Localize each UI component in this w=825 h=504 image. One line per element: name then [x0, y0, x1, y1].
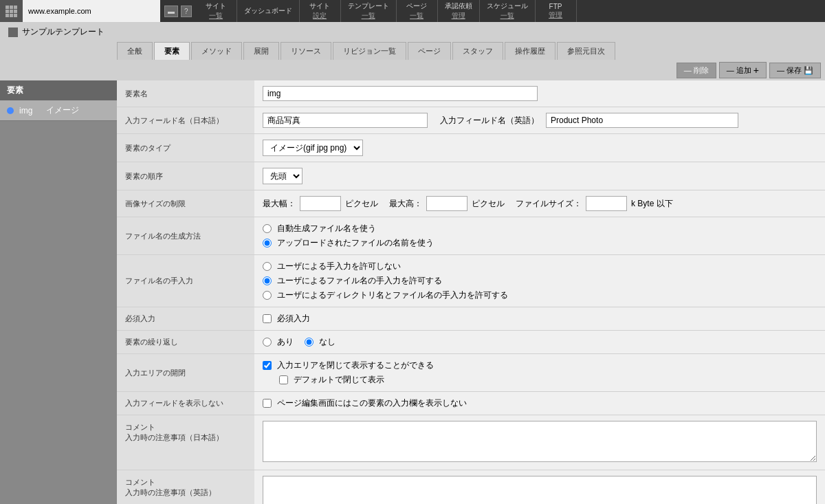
repeat-radio-nashi[interactable]	[305, 338, 314, 347]
filename-gen-option-2[interactable]: アップロードされたファイルの名前を使う	[263, 237, 817, 249]
repeat-option-nashi[interactable]: なし	[305, 336, 336, 348]
filename-gen-radio-1[interactable]	[263, 224, 272, 233]
collapse-checkbox-label[interactable]: 入力エリアを閉じて表示することができる	[263, 360, 817, 371]
template-icon	[8, 28, 18, 37]
nav-page-list[interactable]: ページ 一覧	[397, 0, 438, 22]
sidebar: 要素 img イメージ	[0, 80, 117, 504]
collapse-checkbox-text: 入力エリアを閉じて表示することができる	[277, 360, 434, 371]
filename-input-option-3[interactable]: ユーザによるディレクトリ名とファイル名の手入力を許可する	[263, 289, 817, 301]
element-type-select[interactable]: イメージ(gif jpg png)	[263, 140, 363, 156]
row-element-type: 要素のタイプ イメージ(gif jpg png)	[117, 134, 825, 162]
tab-reference[interactable]: 参照元目次	[557, 42, 615, 60]
action-bar: — 削除 — 追加 + — 保存 💾	[234, 60, 825, 80]
filename-input-label: ファイル名の手入力	[117, 255, 254, 307]
nav-dashboard[interactable]: ダッシュボード	[237, 0, 300, 22]
element-order-select[interactable]: 先頭	[263, 168, 302, 184]
save-icon: 💾	[804, 66, 813, 75]
sidebar-item-name: img	[19, 106, 32, 116]
tab-page[interactable]: ページ	[408, 42, 451, 60]
hide-field-checkbox-text: ページ編集画面にはこの要素の入力欄を表示しない	[277, 397, 467, 409]
hide-field-checkbox[interactable]	[263, 399, 272, 408]
filename-gen-option-1[interactable]: 自動生成ファイル名を使う	[263, 223, 817, 234]
minus-icon: —	[684, 66, 692, 74]
filename-input-radio-1[interactable]	[263, 262, 272, 271]
nav-schedule[interactable]: スケジュール 一覧	[480, 0, 536, 22]
comment-jp-cell	[254, 415, 825, 470]
tab-staff[interactable]: スタッフ	[452, 42, 503, 60]
max-width-input[interactable]	[300, 196, 341, 211]
topbar-icons: ▬ ?	[160, 0, 196, 22]
tab-resource[interactable]: リソース	[280, 42, 331, 60]
filename-input-radio-group: ユーザによる手入力を許可しない ユーザによるファイル名の手入力を許可する ユーザ…	[263, 261, 817, 301]
field-name-en-input[interactable]	[546, 113, 738, 128]
plus-icon: —	[727, 66, 734, 74]
element-name-input[interactable]	[263, 86, 538, 101]
row-hide-field: 入力フィールドを表示しない ページ編集画面にはこの要素の入力欄を表示しない	[117, 392, 825, 415]
row-filename-input: ファイル名の手入力 ユーザによる手入力を許可しない ユーザによるファイル名の手入…	[117, 255, 825, 307]
max-height-input[interactable]	[426, 196, 468, 211]
required-checkbox[interactable]	[263, 314, 272, 323]
hide-field-checkbox-label[interactable]: ページ編集画面にはこの要素の入力欄を表示しない	[263, 397, 817, 409]
repeat-option-ari[interactable]: あり	[263, 336, 294, 348]
filename-input-radio-2[interactable]	[263, 276, 272, 285]
filename-gen-label: ファイル名の生成方法	[117, 217, 254, 255]
element-order-label: 要素の順序	[117, 162, 254, 190]
nav-approval[interactable]: 承認依頼 管理	[438, 0, 480, 22]
collapse-default-text: デフォルトで閉じて表示	[294, 374, 384, 386]
delete-button[interactable]: — 削除	[676, 63, 716, 78]
filename-gen-radio-2[interactable]	[263, 239, 272, 248]
element-type-cell: イメージ(gif jpg png)	[254, 134, 825, 162]
required-checkbox-label[interactable]: 必須入力	[263, 313, 817, 325]
max-height-unit: ピクセル	[472, 198, 505, 210]
tab-bar: 全般 要素 メソッド 展開 リソース リビジョン一覧 ページ スタッフ 操作履歴…	[117, 42, 825, 60]
collapse-default-row: デフォルトで閉じて表示	[279, 374, 817, 386]
tab-zentai[interactable]: 全般	[117, 42, 153, 60]
nav-site-settings[interactable]: サイト 設定	[300, 0, 341, 22]
tab-method[interactable]: メソッド	[191, 42, 242, 60]
tab-revision[interactable]: リビジョン一覧	[333, 42, 406, 60]
repeat-radio-ari[interactable]	[263, 338, 272, 347]
tab-tenkai[interactable]: 展開	[243, 42, 279, 60]
file-size-unit: k Byte 以下	[631, 198, 673, 210]
help-icon[interactable]: ?	[181, 6, 192, 17]
collapse-checkbox[interactable]	[263, 361, 272, 370]
required-checkbox-text: 必須入力	[277, 313, 310, 325]
nav-site-list[interactable]: サイト 一覧	[196, 0, 237, 22]
filename-input-radio-3[interactable]	[263, 291, 272, 300]
filename-input-option-2[interactable]: ユーザによるファイル名の手入力を許可する	[263, 275, 817, 287]
required-label: 必須入力	[117, 307, 254, 331]
collapse-default-checkbox[interactable]	[279, 375, 288, 384]
filename-gen-cell: 自動生成ファイル名を使う アップロードされたファイルの名前を使う	[254, 217, 825, 255]
image-size-label: 画像サイズの制限	[117, 190, 254, 217]
comment-jp-textarea[interactable]	[263, 421, 817, 462]
top-bar: www.example.com ▬ ? サイト 一覧 ダッシュボード サイト 設…	[0, 0, 825, 22]
row-image-size: 画像サイズの制限 最大幅： ピクセル 最大高： ピクセル ファイルサイズ： k …	[117, 190, 825, 217]
save-button[interactable]: — 保存 💾	[769, 63, 821, 78]
required-cell: 必須入力	[254, 307, 825, 331]
row-required: 必須入力 必須入力	[117, 307, 825, 331]
sidebar-item-type: イメージ	[38, 105, 79, 116]
main-layout: 要素 img イメージ 要素名 入力フィールド名（日本語）	[0, 80, 825, 504]
row-comment-jp: コメント入力時の注意事項（日本語）	[117, 415, 825, 470]
row-repeat: 要素の繰り返し あり なし	[117, 331, 825, 354]
content-area: 要素名 入力フィールド名（日本語） 入力フィールド名（英語） 要素のタ	[117, 80, 825, 504]
nav-ftp[interactable]: FTP 管理	[536, 0, 577, 22]
field-name-jp-input[interactable]	[263, 113, 428, 128]
nav-template-list[interactable]: テンプレート 一覧	[341, 0, 397, 22]
comment-en-textarea[interactable]	[263, 476, 817, 504]
add-button[interactable]: — 追加 +	[719, 62, 767, 78]
row-element-order: 要素の順序 先頭	[117, 162, 825, 190]
add-icon: +	[754, 65, 759, 76]
tab-history[interactable]: 操作履歴	[505, 42, 556, 60]
row-comment-en: コメント入力時の注意事項（英語）	[117, 470, 825, 505]
comment-jp-label: コメント入力時の注意事項（日本語）	[117, 415, 254, 470]
hide-field-cell: ページ編集画面にはこの要素の入力欄を表示しない	[254, 392, 825, 415]
filename-input-option-1[interactable]: ユーザによる手入力を許可しない	[263, 261, 817, 272]
row-filename-gen: ファイル名の生成方法 自動生成ファイル名を使う アップロードされたファイルの名前…	[117, 217, 825, 255]
max-width-unit: ピクセル	[345, 198, 378, 210]
sidebar-item-img[interactable]: img イメージ	[0, 100, 117, 121]
file-size-input[interactable]	[586, 196, 627, 211]
url-bar: www.example.com	[23, 0, 160, 22]
tab-yoso[interactable]: 要素	[154, 42, 190, 60]
monitor-icon[interactable]: ▬	[164, 6, 178, 17]
